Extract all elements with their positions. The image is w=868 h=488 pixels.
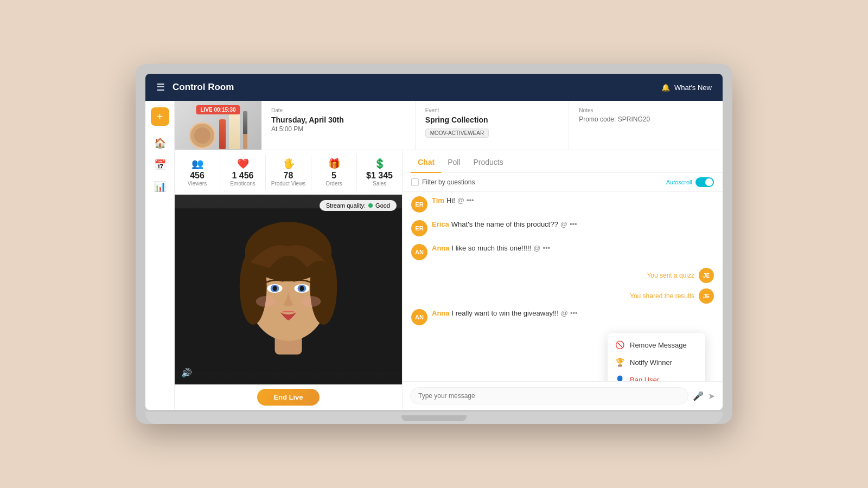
event-label: Event [425,107,559,113]
svg-point-8 [273,286,277,291]
at-button[interactable]: @ [560,220,567,228]
more-button[interactable]: ••• [570,220,577,228]
trophy-icon: 🏆 [615,358,624,367]
more-button[interactable]: ••• [542,244,550,252]
live-preview: LIVE 00:15:30 [175,101,261,150]
notes-label: Notes [579,107,713,113]
message-content: Anna I like so much this one!!!!! @ ••• [432,244,714,252]
message-content: Tim Hi! @ ••• [432,196,714,204]
sidebar-item-home[interactable]: 🏠 [150,133,170,153]
more-button[interactable]: ••• [570,309,578,317]
context-menu: 🚫 Remove Message 🏆 Notify Winner 👤 [608,333,705,381]
stats-row: 👥 456 Viewers ❤️ 1 456 Emoticons [175,150,402,195]
notes-value: Promo code: SPRING20 [579,115,713,123]
system-quiz-message: You sent a quizz JE [411,268,714,283]
chat-username: Anna [432,309,450,317]
sidebar-item-chart[interactable]: 📊 [150,177,170,196]
quality-indicator [368,203,373,208]
stream-quality: Stream quality: Good [320,200,397,211]
filter-label[interactable]: Filter by questions [411,178,475,186]
viewers-label: Viewers [188,181,207,187]
system-avatar: JE [699,268,714,283]
volume-button[interactable]: 🔊 [181,368,192,378]
system-results-avatar: JE [699,288,714,304]
bell-icon: 🔔 [661,84,670,92]
remove-message-label: Remove Message [630,341,687,349]
chat-input[interactable] [410,387,688,404]
system-quiz-text: You sent a quizz [647,272,694,279]
tab-chat[interactable]: Chat [411,150,441,173]
event-value: Spring Collection [425,115,559,124]
autoscroll-toggle[interactable] [695,177,714,187]
sales-value: $1 345 [366,171,393,181]
notes-section: Notes Promo code: SPRING20 [569,101,723,150]
notify-winner-option[interactable]: 🏆 Notify Winner [608,354,705,371]
remove-message-option[interactable]: 🚫 Remove Message [608,336,705,354]
end-live-button[interactable]: End Live [257,389,319,406]
filter-checkbox[interactable] [411,178,419,186]
date-value: Thursday, April 30th [271,115,405,124]
product-views-icon: 🖐 [283,158,295,170]
menu-icon[interactable]: ☰ [156,81,165,93]
tab-poll[interactable]: Poll [441,150,467,173]
stat-orders: 🎁 5 Orders [311,155,357,190]
stream-quality-value: Good [375,202,390,209]
at-button[interactable]: @ [533,244,540,252]
message-content: Erica What's the name of this product?? … [432,220,714,228]
chat-message: ER Tim Hi! @ ••• [411,196,714,213]
chat-tabs: Chat Poll Products [403,150,723,173]
at-button[interactable]: @ [457,196,464,204]
stat-viewers: 👥 456 Viewers [175,155,220,190]
chat-text: I like so much this one!!!!! [452,244,532,252]
sidebar-item-calendar[interactable]: 📅 [150,155,170,175]
chat-input-row: 🎤 ➤ [403,381,723,410]
viewers-value: 456 [190,171,205,181]
sales-label: Sales [373,181,386,187]
add-button[interactable]: + [151,107,169,126]
viewers-icon: 👥 [192,158,203,170]
send-icon[interactable]: ➤ [708,391,715,401]
date-section: Date Thursday, April 30th At 5:00 PM [261,101,416,150]
main-content: LIVE 00:15:30 Dat [175,101,723,410]
chat-message-anna: AN Anna I really want to win the giveawa… [411,309,714,325]
date-label: Date [271,107,405,113]
remove-icon: 🚫 [615,341,624,349]
emoticons-icon: ❤️ [237,158,249,170]
sales-icon: 💲 [374,158,386,170]
chat-section: Chat Poll Products Filter by questions [403,150,723,410]
at-button[interactable]: @ [561,309,568,317]
makeup-brush [243,111,247,149]
avatar: ER [411,220,427,236]
svg-point-13 [301,296,321,307]
system-results-message: You shared the results JE [411,288,714,304]
whats-new-button[interactable]: 🔔 What's New [661,84,712,92]
live-badge: LIVE 00:15:30 [196,105,240,114]
top-nav: ☰ Control Room 🔔 What's New [145,74,723,101]
svg-point-12 [256,296,276,307]
autoscroll-control: Autoscroll [666,177,714,187]
chat-text: Hi! [446,196,455,204]
chat-message: ER Erica What's the name of this product… [411,220,714,236]
makeup-lipstick [219,119,226,149]
message-content: Anna I really want to win the giveaway!!… [432,309,714,317]
makeup-compact [189,122,216,149]
chat-username: Tim [432,196,444,204]
system-results-text: You shared the results [630,292,694,300]
chat-text: What's the name of this product?? [451,220,558,228]
emoticons-label: Emoticons [230,181,256,187]
more-button[interactable]: ••• [467,196,474,204]
chat-username: Erica [432,220,449,228]
video-section: 👥 456 Viewers ❤️ 1 456 Emoticons [175,150,403,410]
orders-icon: 🎁 [328,158,340,170]
stat-emoticons: ❤️ 1 456 Emoticons [220,155,266,190]
ban-user-option[interactable]: 👤 Ban User [608,371,705,381]
event-tag: MOOV-ACTIVEWEAR [425,129,489,138]
tab-products[interactable]: Products [467,150,509,173]
chat-filter-row: Filter by questions Autoscroll [403,173,723,192]
orders-label: Orders [326,181,342,187]
mic-icon[interactable]: 🎤 [693,391,704,401]
info-bar: LIVE 00:15:30 Dat [175,101,723,150]
stream-quality-label: Stream quality: [326,202,366,209]
chat-text: I really want to win the giveaway!!! [452,309,559,317]
sidebar: + 🏠 📅 📊 [145,101,175,410]
